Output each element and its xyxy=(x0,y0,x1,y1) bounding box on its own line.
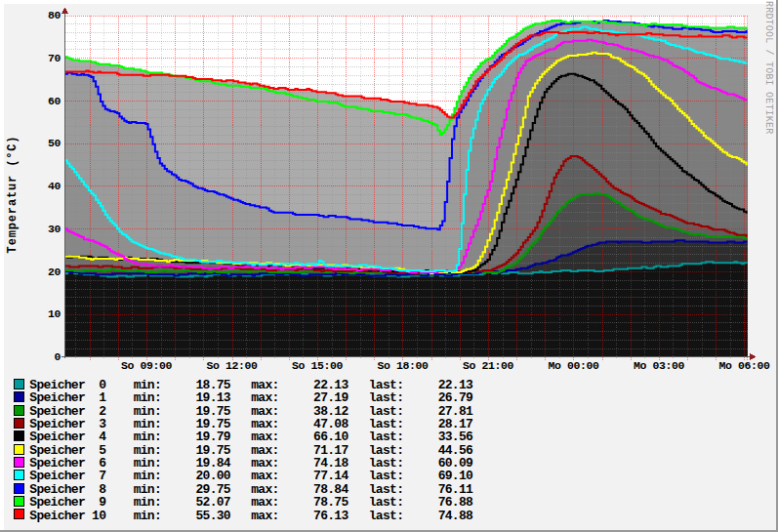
svg-text:So 18:00: So 18:00 xyxy=(377,359,429,372)
svg-text:70: 70 xyxy=(48,52,61,64)
svg-text:60: 60 xyxy=(48,95,61,107)
svg-text:Speicher 10 min: 55.30: Speicher 10 min: 55.30 max: 76.13 last: … xyxy=(29,509,473,523)
svg-text:RRDTOOL / TOBI OETIKER: RRDTOOL / TOBI OETIKER xyxy=(763,1,774,134)
svg-text:So 15:00: So 15:00 xyxy=(292,359,344,372)
svg-text:So 12:00: So 12:00 xyxy=(206,359,258,372)
svg-text:Temperatur (°C): Temperatur (°C) xyxy=(6,136,20,254)
svg-text:50: 50 xyxy=(48,137,61,149)
svg-text:30: 30 xyxy=(48,223,61,235)
svg-text:10: 10 xyxy=(48,307,61,320)
svg-text:Mo 03:00: Mo 03:00 xyxy=(634,359,685,372)
svg-text:So 09:00: So 09:00 xyxy=(121,359,173,372)
svg-text:0: 0 xyxy=(54,350,61,363)
svg-text:80: 80 xyxy=(48,9,61,21)
svg-text:Mo 00:00: Mo 00:00 xyxy=(548,359,599,372)
svg-text:40: 40 xyxy=(48,180,61,192)
svg-text:20: 20 xyxy=(48,266,61,278)
svg-text:So 21:00: So 21:00 xyxy=(463,359,514,372)
svg-text:Mo 06:00: Mo 06:00 xyxy=(718,359,770,372)
